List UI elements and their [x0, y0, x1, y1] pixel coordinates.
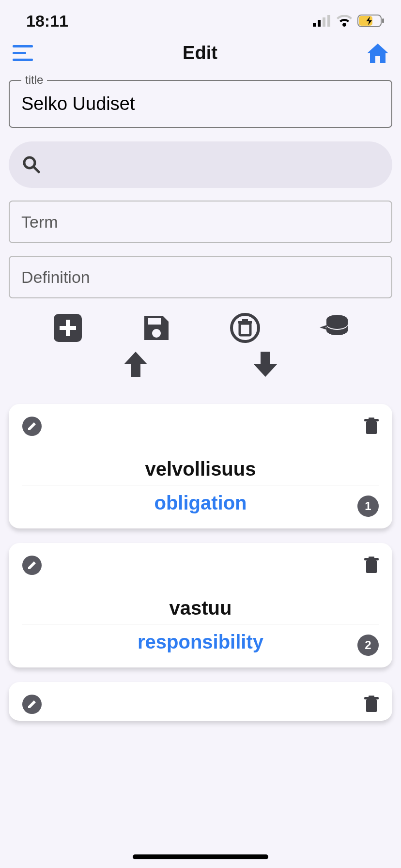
status-right — [313, 15, 385, 27]
svg-rect-31 — [366, 699, 377, 712]
definition-field[interactable] — [9, 256, 392, 298]
svg-rect-30 — [369, 557, 374, 558]
svg-rect-8 — [13, 52, 26, 54]
edit-card-button[interactable] — [22, 417, 42, 436]
card: velvollisuus obligation 1 — [9, 404, 392, 528]
svg-rect-0 — [313, 23, 316, 27]
svg-rect-20 — [242, 319, 248, 322]
cellular-signal-icon — [313, 15, 331, 27]
delete-all-button[interactable] — [223, 313, 267, 345]
add-button[interactable] — [46, 314, 90, 344]
home-indicator[interactable] — [133, 854, 268, 859]
arrow-up-icon[interactable] — [124, 352, 147, 379]
svg-line-11 — [34, 167, 39, 172]
database-button[interactable] — [312, 314, 355, 344]
card-badge: 1 — [357, 496, 379, 517]
term-field[interactable] — [9, 201, 392, 243]
svg-point-16 — [152, 329, 161, 338]
svg-rect-25 — [366, 421, 377, 434]
svg-rect-15 — [148, 318, 161, 325]
search-field[interactable] — [9, 141, 392, 188]
delete-card-button[interactable] — [364, 418, 379, 435]
edit-card-button[interactable] — [22, 556, 42, 575]
arrow-row — [9, 352, 392, 379]
svg-rect-1 — [318, 20, 321, 27]
svg-rect-2 — [323, 17, 325, 27]
menu-icon[interactable] — [13, 45, 33, 62]
home-icon[interactable] — [367, 44, 388, 63]
svg-point-24 — [326, 319, 348, 329]
card-definition: responsibility — [22, 631, 379, 653]
svg-rect-14 — [60, 326, 76, 330]
page-title: Edit — [183, 43, 217, 63]
svg-rect-6 — [382, 18, 384, 23]
svg-rect-7 — [13, 45, 33, 47]
svg-rect-33 — [369, 696, 374, 698]
svg-rect-9 — [13, 59, 33, 61]
title-label: title — [21, 73, 47, 87]
term-input[interactable] — [21, 213, 380, 232]
delete-card-button[interactable] — [364, 696, 379, 713]
arrow-down-icon[interactable] — [254, 352, 277, 379]
delete-card-button[interactable] — [364, 557, 379, 574]
content: title — [0, 80, 401, 721]
title-input[interactable] — [21, 93, 380, 114]
edit-card-button[interactable] — [22, 695, 42, 714]
card: vastuu responsibility 2 — [9, 543, 392, 667]
svg-point-17 — [231, 314, 259, 341]
search-icon — [22, 155, 41, 174]
svg-rect-18 — [240, 324, 250, 335]
toolbar — [9, 313, 392, 345]
save-button[interactable] — [135, 314, 178, 344]
wifi-icon — [336, 15, 353, 27]
definition-input[interactable] — [21, 268, 380, 287]
svg-rect-28 — [366, 560, 377, 573]
svg-rect-27 — [369, 418, 374, 419]
card — [9, 682, 392, 721]
battery-charging-icon — [357, 15, 385, 27]
title-field[interactable]: title — [9, 80, 392, 128]
card-term: vastuu — [22, 597, 379, 624]
card-term: velvollisuus — [22, 458, 379, 485]
status-time: 18:11 — [26, 12, 68, 31]
card-badge: 2 — [357, 635, 379, 656]
status-bar: 18:11 — [0, 0, 401, 39]
svg-rect-3 — [327, 15, 330, 27]
header: Edit — [0, 39, 401, 75]
card-list: velvollisuus obligation 1 vastuu respons… — [9, 404, 392, 721]
search-input[interactable] — [49, 155, 379, 174]
card-definition: obligation — [22, 492, 379, 514]
